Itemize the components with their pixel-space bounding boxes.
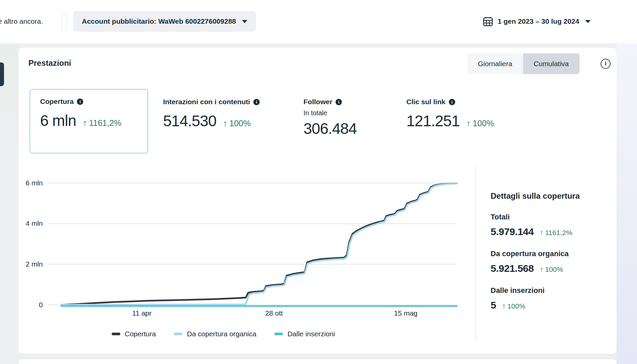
- date-range-picker[interactable]: 1 gen 2023 – 30 lug 2024: [483, 12, 591, 31]
- legend-item-organica: Da copertura organica: [174, 330, 256, 338]
- page-title: Prestazioni: [28, 58, 71, 68]
- metric-label: Copertura: [40, 98, 74, 106]
- svg-text:11 apr: 11 apr: [132, 309, 152, 317]
- left-gutter: [0, 43, 18, 364]
- side-drawer-tab[interactable]: [0, 62, 4, 86]
- intro-text-fragment: e altro ancora.: [0, 17, 43, 25]
- info-icon: i: [253, 99, 260, 105]
- legend-dash-icon: [274, 333, 283, 335]
- metric-sublabel: In totale: [303, 109, 357, 117]
- date-range-label: 1 gen 2023 – 30 lug 2024: [498, 17, 579, 25]
- details-row-inserzioni: Dalle inserzioni 5 ↑100%: [491, 286, 614, 311]
- top-bar: e altro ancora. Account pubblicitario: W…: [0, 0, 637, 43]
- reach-details-panel: Dettagli sulla copertura Totali 5.979.14…: [491, 191, 614, 311]
- legend-item-inserzioni: Dalle inserzioni: [274, 330, 335, 338]
- details-delta: ↑1161,2%: [540, 228, 572, 237]
- arrow-up-icon: ↑: [83, 118, 87, 128]
- svg-text:6 mln: 6 mln: [26, 179, 43, 187]
- svg-text:2 mln: 2 mln: [26, 260, 43, 268]
- vertical-divider: [476, 166, 476, 342]
- metric-value: 306.484: [303, 120, 357, 138]
- metric-delta: ↑100%: [223, 118, 251, 129]
- metric-card-follower[interactable]: Follower i In totale 306.484: [303, 98, 357, 138]
- arrow-up-icon: ↑: [540, 228, 543, 237]
- reach-line-chart: 02 mln4 mln6 mln11 apr28 ott15 mag: [20, 175, 475, 326]
- metric-label: Follower: [303, 98, 332, 106]
- info-icon: i: [77, 99, 83, 105]
- details-value: 5.979.144: [491, 226, 534, 237]
- details-value: 5: [491, 300, 496, 311]
- calendar-icon: [483, 16, 493, 26]
- details-row-totali: Totali 5.979.144 ↑1161,2%: [491, 213, 614, 237]
- right-gutter-scroll-area: [617, 43, 637, 364]
- info-icon[interactable]: i: [601, 59, 611, 69]
- chevron-down-icon: [585, 20, 591, 23]
- info-icon: i: [336, 99, 342, 105]
- metric-value: 514.530: [163, 112, 216, 130]
- metric-card-interazioni[interactable]: Interazioni con i contenuti i 514.530 ↑1…: [163, 98, 260, 130]
- next-section-card: [18, 359, 617, 364]
- svg-text:0: 0: [39, 301, 43, 309]
- details-value: 5.921.568: [491, 263, 534, 274]
- metric-label: Clic sul link: [406, 98, 445, 106]
- chart-legend: Copertura Da copertura organica Dalle in…: [112, 330, 335, 338]
- arrow-up-icon: ↑: [223, 118, 227, 128]
- arrow-up-icon: ↑: [466, 118, 471, 128]
- details-row-organica: Da copertura organica 5.921.568 ↑100%: [491, 249, 614, 274]
- toggle-cumulative-button[interactable]: Cumulativa: [523, 53, 580, 74]
- collapse-handle[interactable]: [61, 12, 68, 31]
- metric-label: Interazioni con i contenuti: [163, 98, 250, 106]
- details-delta: ↑100%: [502, 302, 525, 311]
- performance-card: Prestazioni Giornaliera Cumulativa i Cop…: [18, 48, 617, 354]
- info-icon: i: [449, 99, 455, 105]
- details-delta: ↑100%: [540, 265, 563, 274]
- metric-delta: ↑1161,2%: [83, 118, 121, 128]
- legend-dash-icon: [174, 333, 182, 335]
- ad-account-dropdown[interactable]: Account pubblicitario: WaWeb 60022760092…: [73, 11, 256, 32]
- svg-text:4 mln: 4 mln: [26, 219, 43, 227]
- ad-account-label: Account pubblicitario: WaWeb 60022760092…: [82, 17, 236, 25]
- details-title: Dettagli sulla copertura: [491, 191, 614, 201]
- metric-value: 6 mln: [40, 112, 76, 130]
- arrow-up-icon: ↑: [502, 302, 506, 310]
- toggle-daily-button[interactable]: Giornaliera: [467, 53, 523, 74]
- legend-item-copertura: Copertura: [112, 330, 156, 338]
- svg-text:15 mag: 15 mag: [394, 309, 417, 317]
- chevron-down-icon: [242, 20, 247, 23]
- arrow-up-icon: ↑: [540, 265, 543, 274]
- metric-card-clic-sul-link[interactable]: Clic sul link i 121.251 ↑100%: [406, 98, 494, 130]
- view-mode-toggle: Giornaliera Cumulativa: [467, 53, 580, 74]
- metric-card-copertura[interactable]: Copertura i 6 mln ↑1161,2%: [30, 89, 148, 153]
- svg-text:28 ott: 28 ott: [265, 309, 283, 317]
- metric-value: 121.251: [406, 112, 460, 130]
- legend-dash-icon: [112, 333, 120, 335]
- metric-delta: ↑100%: [466, 118, 494, 129]
